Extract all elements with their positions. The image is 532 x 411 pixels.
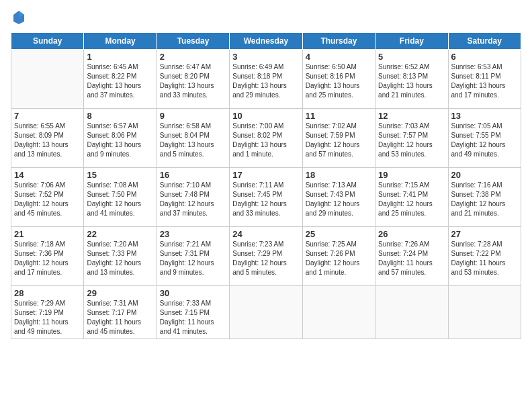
- day-info: Sunrise: 7:11 AMSunset: 7:45 PMDaylight:…: [232, 181, 299, 218]
- day-info: Sunrise: 7:29 AMSunset: 7:19 PMDaylight:…: [14, 299, 81, 336]
- calendar-day-cell: 4Sunrise: 6:50 AMSunset: 8:16 PMDaylight…: [302, 50, 375, 109]
- day-number: 8: [87, 111, 153, 121]
- calendar-day-cell: 21Sunrise: 7:18 AMSunset: 7:36 PMDayligh…: [11, 227, 84, 286]
- day-info: Sunrise: 6:55 AMSunset: 8:09 PMDaylight:…: [14, 122, 81, 159]
- calendar-day-cell: [230, 286, 302, 339]
- calendar-day-cell: 7Sunrise: 6:55 AMSunset: 8:09 PMDaylight…: [11, 109, 84, 168]
- day-info: Sunrise: 7:10 AMSunset: 7:48 PMDaylight:…: [160, 181, 226, 218]
- day-number: 27: [451, 229, 518, 239]
- day-number: 4: [306, 52, 372, 62]
- calendar-day-cell: 18Sunrise: 7:13 AMSunset: 7:43 PMDayligh…: [302, 168, 375, 227]
- calendar-day-cell: 3Sunrise: 6:49 AMSunset: 8:18 PMDaylight…: [230, 50, 302, 109]
- calendar-week-row: 14Sunrise: 7:06 AMSunset: 7:52 PMDayligh…: [11, 168, 521, 227]
- calendar-day-cell: 26Sunrise: 7:26 AMSunset: 7:24 PMDayligh…: [375, 227, 448, 286]
- calendar-day-cell: 19Sunrise: 7:15 AMSunset: 7:41 PMDayligh…: [375, 168, 448, 227]
- logo-icon: [12, 9, 26, 26]
- day-number: 19: [378, 170, 445, 180]
- day-info: Sunrise: 7:28 AMSunset: 7:22 PMDaylight:…: [451, 240, 518, 277]
- day-info: Sunrise: 7:05 AMSunset: 7:55 PMDaylight:…: [451, 122, 518, 159]
- calendar-day-cell: 10Sunrise: 7:00 AMSunset: 8:02 PMDayligh…: [230, 109, 302, 168]
- calendar-day-cell: 25Sunrise: 7:25 AMSunset: 7:26 PMDayligh…: [302, 227, 375, 286]
- day-info: Sunrise: 6:52 AMSunset: 8:13 PMDaylight:…: [378, 62, 445, 100]
- calendar-day-cell: [448, 286, 521, 339]
- day-info: Sunrise: 7:16 AMSunset: 7:38 PMDaylight:…: [451, 181, 518, 218]
- day-info: Sunrise: 7:26 AMSunset: 7:24 PMDaylight:…: [378, 240, 445, 277]
- calendar-day-header: Tuesday: [157, 33, 229, 50]
- calendar-day-cell: 27Sunrise: 7:28 AMSunset: 7:22 PMDayligh…: [448, 227, 521, 286]
- calendar-day-cell: 20Sunrise: 7:16 AMSunset: 7:38 PMDayligh…: [448, 168, 521, 227]
- calendar-week-row: 21Sunrise: 7:18 AMSunset: 7:36 PMDayligh…: [11, 227, 521, 286]
- logo: [11, 9, 27, 28]
- calendar-week-row: 1Sunrise: 6:45 AMSunset: 8:22 PMDaylight…: [11, 50, 521, 109]
- calendar-day-cell: 29Sunrise: 7:31 AMSunset: 7:17 PMDayligh…: [84, 286, 157, 339]
- day-number: 6: [451, 52, 518, 62]
- day-number: 10: [232, 111, 299, 121]
- calendar-day-cell: 30Sunrise: 7:33 AMSunset: 7:15 PMDayligh…: [157, 286, 229, 339]
- calendar-day-cell: 5Sunrise: 6:52 AMSunset: 8:13 PMDaylight…: [375, 50, 448, 109]
- calendar-week-row: 7Sunrise: 6:55 AMSunset: 8:09 PMDaylight…: [11, 109, 521, 168]
- day-info: Sunrise: 7:06 AMSunset: 7:52 PMDaylight:…: [14, 181, 81, 218]
- day-number: 30: [160, 288, 226, 298]
- day-info: Sunrise: 7:18 AMSunset: 7:36 PMDaylight:…: [14, 240, 81, 277]
- calendar-day-cell: 22Sunrise: 7:20 AMSunset: 7:33 PMDayligh…: [84, 227, 157, 286]
- day-number: 16: [160, 170, 226, 180]
- day-info: Sunrise: 7:13 AMSunset: 7:43 PMDaylight:…: [306, 181, 372, 218]
- calendar-day-cell: 13Sunrise: 7:05 AMSunset: 7:55 PMDayligh…: [448, 109, 521, 168]
- day-info: Sunrise: 7:21 AMSunset: 7:31 PMDaylight:…: [160, 240, 226, 277]
- day-info: Sunrise: 6:57 AMSunset: 8:06 PMDaylight:…: [87, 122, 153, 159]
- day-number: 5: [378, 52, 445, 62]
- day-number: 21: [14, 229, 81, 239]
- day-number: 26: [378, 229, 445, 239]
- day-number: 22: [87, 229, 153, 239]
- day-info: Sunrise: 6:50 AMSunset: 8:16 PMDaylight:…: [306, 62, 372, 100]
- calendar-day-cell: 11Sunrise: 7:02 AMSunset: 7:59 PMDayligh…: [302, 109, 375, 168]
- calendar-day-cell: 9Sunrise: 6:58 AMSunset: 8:04 PMDaylight…: [157, 109, 229, 168]
- day-number: 15: [87, 170, 153, 180]
- day-number: 14: [14, 170, 81, 180]
- day-info: Sunrise: 6:58 AMSunset: 8:04 PMDaylight:…: [160, 122, 226, 159]
- day-number: 20: [451, 170, 518, 180]
- calendar-day-header: Saturday: [448, 33, 521, 50]
- page: SundayMondayTuesdayWednesdayThursdayFrid…: [0, 0, 532, 411]
- calendar-day-cell: [375, 286, 448, 339]
- calendar-day-header: Friday: [375, 33, 448, 50]
- calendar-day-cell: 17Sunrise: 7:11 AMSunset: 7:45 PMDayligh…: [230, 168, 302, 227]
- calendar-day-header: Thursday: [302, 33, 375, 50]
- day-info: Sunrise: 7:25 AMSunset: 7:26 PMDaylight:…: [306, 240, 372, 277]
- day-info: Sunrise: 7:33 AMSunset: 7:15 PMDaylight:…: [160, 299, 226, 336]
- day-number: 17: [232, 170, 299, 180]
- day-number: 3: [232, 52, 299, 62]
- day-number: 18: [306, 170, 372, 180]
- calendar-day-cell: 24Sunrise: 7:23 AMSunset: 7:29 PMDayligh…: [230, 227, 302, 286]
- day-number: 25: [306, 229, 372, 239]
- day-info: Sunrise: 6:47 AMSunset: 8:20 PMDaylight:…: [160, 62, 226, 100]
- calendar-day-header: Monday: [84, 33, 157, 50]
- calendar-day-header: Sunday: [11, 33, 84, 50]
- calendar-day-cell: 1Sunrise: 6:45 AMSunset: 8:22 PMDaylight…: [84, 50, 157, 109]
- day-number: 23: [160, 229, 226, 239]
- calendar-week-row: 28Sunrise: 7:29 AMSunset: 7:19 PMDayligh…: [11, 286, 521, 339]
- day-number: 13: [451, 111, 518, 121]
- day-number: 2: [160, 52, 226, 62]
- calendar-day-cell: 12Sunrise: 7:03 AMSunset: 7:57 PMDayligh…: [375, 109, 448, 168]
- calendar-day-cell: 8Sunrise: 6:57 AMSunset: 8:06 PMDaylight…: [84, 109, 157, 168]
- calendar-table: SundayMondayTuesdayWednesdayThursdayFrid…: [11, 32, 521, 339]
- day-info: Sunrise: 6:45 AMSunset: 8:22 PMDaylight:…: [87, 62, 153, 100]
- day-info: Sunrise: 7:20 AMSunset: 7:33 PMDaylight:…: [87, 240, 153, 277]
- day-info: Sunrise: 7:03 AMSunset: 7:57 PMDaylight:…: [378, 122, 445, 159]
- day-number: 11: [306, 111, 372, 121]
- calendar-day-cell: 23Sunrise: 7:21 AMSunset: 7:31 PMDayligh…: [157, 227, 229, 286]
- calendar-day-header: Wednesday: [230, 33, 302, 50]
- calendar-day-cell: 16Sunrise: 7:10 AMSunset: 7:48 PMDayligh…: [157, 168, 229, 227]
- day-number: 28: [14, 288, 81, 298]
- day-number: 24: [232, 229, 299, 239]
- day-info: Sunrise: 7:02 AMSunset: 7:59 PMDaylight:…: [306, 122, 372, 159]
- calendar-day-cell: 14Sunrise: 7:06 AMSunset: 7:52 PMDayligh…: [11, 168, 84, 227]
- day-number: 7: [14, 111, 81, 121]
- calendar-day-cell: 2Sunrise: 6:47 AMSunset: 8:20 PMDaylight…: [157, 50, 229, 109]
- day-info: Sunrise: 7:23 AMSunset: 7:29 PMDaylight:…: [232, 240, 299, 277]
- calendar-day-cell: [302, 286, 375, 339]
- calendar-day-cell: 15Sunrise: 7:08 AMSunset: 7:50 PMDayligh…: [84, 168, 157, 227]
- day-info: Sunrise: 6:53 AMSunset: 8:11 PMDaylight:…: [451, 62, 518, 100]
- header: [11, 7, 521, 28]
